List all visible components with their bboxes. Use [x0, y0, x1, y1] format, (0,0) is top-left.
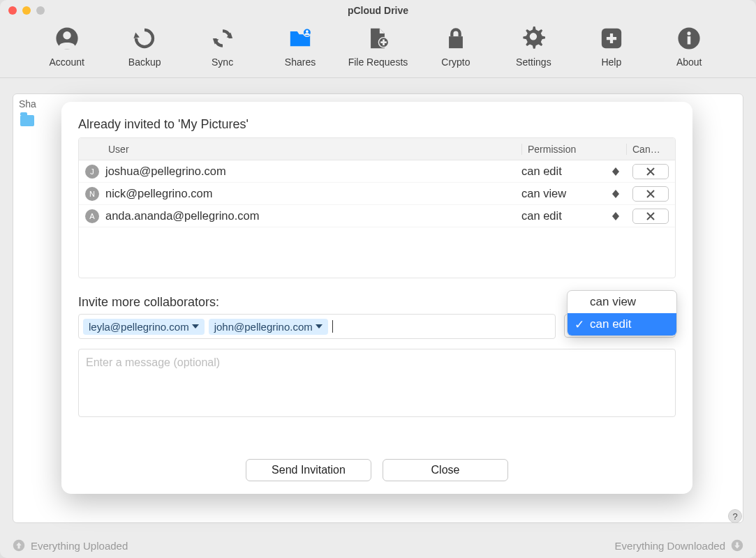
- toolbar-file-requests-label: File Requests: [348, 56, 408, 68]
- toolbar-settings-label: Settings: [516, 56, 551, 68]
- user-icon: [55, 27, 79, 52]
- svg-rect-8: [688, 36, 691, 44]
- chip-email: john@pellegrino.com: [214, 321, 313, 333]
- dropdown-option-label: can edit: [590, 317, 632, 331]
- status-upload-text: Everything Uploaded: [31, 540, 128, 552]
- col-cancel[interactable]: Can…: [626, 144, 675, 155]
- app-window: pCloud Drive Account Backup Sync Shares …: [0, 0, 756, 558]
- table-row[interactable]: J joshua@pellegrino.com can edit: [79, 160, 675, 183]
- close-button[interactable]: Close: [383, 459, 508, 481]
- download-icon: [731, 539, 743, 552]
- file-plus-icon: [366, 27, 390, 52]
- dropdown-option-label: can view: [590, 295, 636, 309]
- stepper-icon[interactable]: [612, 190, 621, 198]
- dialog-title: Already invited to 'My Pictures': [78, 117, 676, 132]
- invited-users-table: User Permission Can… J joshua@pellegrino…: [78, 137, 676, 278]
- message-textarea[interactable]: [78, 349, 676, 417]
- stepper-icon[interactable]: [612, 167, 621, 176]
- user-email: joshua@pellegrino.com: [105, 165, 521, 178]
- toolbar-about[interactable]: About: [654, 27, 724, 68]
- check-icon: [575, 317, 584, 332]
- permission-value[interactable]: can edit: [521, 209, 562, 223]
- svg-point-1: [63, 31, 71, 39]
- col-permission[interactable]: Permission: [521, 144, 626, 155]
- toolbar-shares[interactable]: Shares: [265, 27, 335, 68]
- stepper-icon[interactable]: [612, 212, 621, 220]
- history-icon: [133, 27, 156, 52]
- remove-user-button[interactable]: [632, 186, 669, 202]
- text-caret: [332, 320, 333, 333]
- toolbar-help-label: Help: [601, 56, 621, 68]
- table-header: User Permission Can…: [79, 138, 675, 160]
- collaborator-chip[interactable]: leyla@pellegrino.com: [83, 319, 205, 335]
- folder-user-icon: [288, 27, 312, 52]
- table-row[interactable]: A anda.ananda@pellegrino.com can edit: [79, 205, 675, 227]
- toolbar-backup-label: Backup: [128, 56, 161, 68]
- permission-select-wrap: can edit can viewcan edit: [564, 314, 676, 338]
- help-tip-button[interactable]: ?: [728, 509, 742, 523]
- toolbar-shares-label: Shares: [285, 56, 316, 68]
- dropdown-option[interactable]: can edit: [568, 313, 676, 335]
- chip-email: leyla@pellegrino.com: [89, 321, 189, 333]
- toolbar-file-requests[interactable]: File Requests: [343, 27, 413, 68]
- toolbar-account[interactable]: Account: [32, 27, 102, 68]
- remove-user-button[interactable]: [632, 164, 669, 179]
- collaborator-input[interactable]: leyla@pellegrino.com john@pellegrino.com: [78, 314, 556, 339]
- collaborator-chip[interactable]: john@pellegrino.com: [209, 319, 328, 335]
- user-email: nick@pellegrino.com: [105, 187, 521, 200]
- toolbar-crypto[interactable]: Crypto: [421, 27, 491, 68]
- tab-shares-partial: Sha: [19, 98, 36, 110]
- sync-icon: [211, 27, 235, 52]
- svg-point-3: [306, 30, 309, 33]
- toolbar-crypto-label: Crypto: [441, 56, 470, 68]
- user-email: anda.ananda@pellegrino.com: [105, 209, 521, 223]
- permission-value[interactable]: can edit: [521, 165, 562, 178]
- table-row[interactable]: N nick@pellegrino.com can view: [79, 183, 675, 205]
- avatar: J: [85, 165, 99, 179]
- col-user[interactable]: User: [105, 144, 521, 155]
- folder-icon: [20, 115, 34, 126]
- dropdown-option[interactable]: can view: [568, 291, 676, 313]
- status-bar: Everything Uploaded Everything Downloade…: [0, 533, 756, 558]
- toolbar-backup[interactable]: Backup: [110, 27, 179, 68]
- avatar: N: [85, 187, 99, 201]
- titlebar: pCloud Drive: [0, 0, 756, 21]
- window-title: pCloud Drive: [0, 5, 756, 16]
- toolbar-about-label: About: [676, 56, 702, 68]
- info-icon: [677, 27, 701, 52]
- gear-icon: [521, 27, 545, 52]
- toolbar-sync[interactable]: Sync: [188, 27, 258, 68]
- plus-square-icon: [600, 27, 623, 52]
- main-toolbar: Account Backup Sync Shares File Requests…: [0, 21, 756, 78]
- toolbar-help[interactable]: Help: [577, 27, 646, 68]
- svg-point-7: [688, 31, 691, 35]
- permission-dropdown: can viewcan edit: [567, 290, 677, 336]
- remove-user-button[interactable]: [632, 209, 669, 224]
- permission-value[interactable]: can view: [521, 187, 566, 200]
- toolbar-account-label: Account: [49, 56, 84, 68]
- lock-icon: [444, 27, 468, 52]
- upload-icon: [13, 539, 25, 552]
- toolbar-settings[interactable]: Settings: [498, 27, 568, 68]
- chevron-down-icon: [192, 323, 199, 330]
- chevron-down-icon: [316, 323, 323, 330]
- avatar: A: [85, 209, 99, 223]
- toolbar-sync-label: Sync: [212, 56, 233, 68]
- invite-dialog: Already invited to 'My Pictures' User Pe…: [61, 102, 692, 494]
- send-invitation-button[interactable]: Send Invitation: [246, 459, 371, 481]
- status-download-text: Everything Downloaded: [615, 540, 725, 552]
